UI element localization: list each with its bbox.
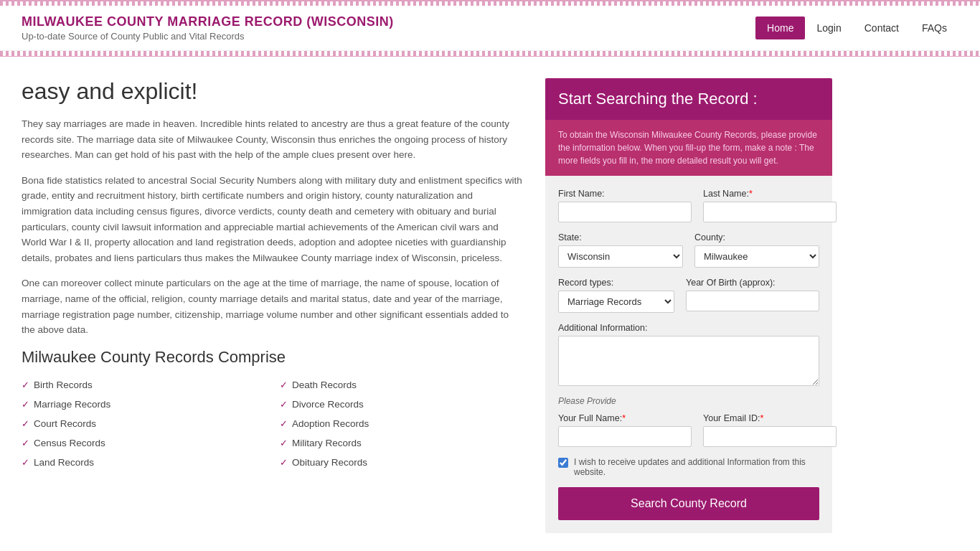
year-of-birth-group: Year Of Birth (approx):: [686, 278, 819, 313]
record-label: Divorce Records: [292, 399, 364, 410]
email-group: Your Email ID:*: [703, 413, 837, 447]
year-of-birth-label: Year Of Birth (approx):: [686, 278, 819, 288]
first-name-field[interactable]: [558, 202, 692, 222]
list-item: ✓ Land Records: [22, 454, 265, 471]
list-item: ✓ Obituary Records: [280, 454, 524, 471]
full-name-field[interactable]: [558, 426, 692, 447]
county-label: County:: [694, 232, 819, 242]
record-type-row: Record types: Marriage Records Birth Rec…: [558, 278, 819, 313]
form-body: First Name: Last Name:* State: Wisconsin: [545, 176, 832, 533]
list-item: ✓ Death Records: [280, 377, 524, 393]
record-label: Birth Records: [34, 380, 93, 390]
state-label: State:: [558, 232, 683, 242]
search-form-panel: Start Searching the Record : To obtain t…: [545, 78, 832, 533]
paragraph-3: One can moreover collect minute particul…: [22, 276, 524, 337]
paragraph-2: Bona fide statistics related to ancestra…: [22, 173, 524, 266]
site-header: MILWAUKEE COUNTY MARRIAGE RECORD (WISCON…: [0, 6, 980, 51]
state-select[interactable]: Wisconsin Illinois Minnesota: [558, 245, 683, 268]
record-label: Court Records: [34, 418, 96, 429]
state-group: State: Wisconsin Illinois Minnesota: [558, 232, 683, 268]
form-description: To obtain the Wisconsin Milwaukee County…: [545, 120, 832, 176]
last-name-label: Last Name:*: [703, 189, 837, 199]
list-item: ✓ Birth Records: [22, 377, 265, 393]
nav-login[interactable]: Login: [805, 17, 852, 39]
record-label: Death Records: [292, 380, 357, 390]
site-subtitle: Up-to-date Source of County Public and V…: [22, 31, 394, 42]
record-type-group: Record types: Marriage Records Birth Rec…: [558, 278, 674, 313]
full-name-group: Your Full Name:*: [558, 413, 692, 447]
list-item: ✓ Military Records: [280, 435, 524, 451]
year-of-birth-field[interactable]: [686, 291, 819, 311]
first-name-group: First Name:: [558, 189, 692, 222]
additional-info-group: Additional Information:: [558, 323, 819, 386]
record-label: Obituary Records: [292, 457, 367, 468]
county-group: County: Milwaukee Dane Waukesha: [694, 232, 819, 268]
record-label: Military Records: [292, 438, 362, 448]
record-label: Marriage Records: [34, 399, 110, 410]
list-item: ✓ Court Records: [22, 415, 265, 432]
form-title: Start Searching the Record :: [558, 90, 819, 108]
check-icon: ✓: [280, 399, 288, 410]
please-provide-label: Please Provide: [558, 396, 819, 406]
records-heading: Milwaukee County Records Comprise: [22, 348, 524, 367]
header-branding: MILWAUKEE COUNTY MARRIAGE RECORD (WISCON…: [22, 14, 394, 42]
list-item: ✓ Divorce Records: [280, 396, 524, 413]
check-icon: ✓: [280, 380, 288, 390]
check-icon: ✓: [22, 399, 29, 410]
left-content: easy and explicit! They say marriages ar…: [22, 78, 524, 533]
newsletter-label: I wish to receive updates and additional…: [574, 457, 819, 477]
email-field[interactable]: [703, 426, 837, 447]
check-icon: ✓: [22, 438, 29, 448]
email-label: Your Email ID:*: [703, 413, 837, 423]
check-icon: ✓: [22, 418, 29, 429]
state-county-row: State: Wisconsin Illinois Minnesota Coun…: [558, 232, 819, 268]
record-label: Census Records: [34, 438, 105, 448]
nav-faqs[interactable]: FAQs: [910, 17, 958, 39]
top-border: [0, 0, 980, 6]
record-label: Land Records: [34, 457, 94, 468]
nav-home[interactable]: Home: [755, 17, 805, 39]
contact-row: Your Full Name:* Your Email ID:*: [558, 413, 819, 447]
record-type-label: Record types:: [558, 278, 674, 288]
record-label: Adoption Records: [292, 418, 369, 429]
name-row: First Name: Last Name:*: [558, 189, 819, 222]
check-icon: ✓: [22, 457, 29, 468]
check-icon: ✓: [22, 380, 29, 390]
newsletter-checkbox[interactable]: [558, 458, 568, 468]
list-item: ✓ Census Records: [22, 435, 265, 451]
last-name-group: Last Name:*: [703, 189, 837, 222]
bottom-border: [0, 51, 980, 57]
list-item: ✓ Marriage Records: [22, 396, 265, 413]
newsletter-checkbox-row: I wish to receive updates and additional…: [558, 457, 819, 477]
paragraph-1: They say marriages are made in heaven. I…: [22, 116, 524, 163]
county-select[interactable]: Milwaukee Dane Waukesha: [694, 245, 819, 268]
page-heading: easy and explicit!: [22, 78, 524, 105]
nav-contact[interactable]: Contact: [853, 17, 910, 39]
list-item: ✓ Adoption Records: [280, 415, 524, 432]
first-name-label: First Name:: [558, 189, 692, 199]
check-icon: ✓: [280, 438, 288, 448]
main-nav: Home Login Contact FAQs: [755, 17, 958, 39]
site-title: MILWAUKEE COUNTY MARRIAGE RECORD (WISCON…: [22, 14, 394, 29]
form-header: Start Searching the Record :: [545, 78, 832, 120]
last-name-field[interactable]: [703, 202, 837, 222]
search-county-record-button[interactable]: Search County Record: [558, 487, 819, 520]
full-name-label: Your Full Name:*: [558, 413, 692, 423]
additional-info-field[interactable]: [558, 336, 819, 386]
additional-info-label: Additional Information:: [558, 323, 819, 333]
records-grid: ✓ Birth Records ✓ Death Records ✓ Marria…: [22, 377, 524, 471]
main-content: easy and explicit! They say marriages ar…: [0, 64, 980, 547]
record-type-select[interactable]: Marriage Records Birth Records Death Rec…: [558, 291, 674, 313]
check-icon: ✓: [280, 418, 288, 429]
check-icon: ✓: [280, 457, 288, 468]
